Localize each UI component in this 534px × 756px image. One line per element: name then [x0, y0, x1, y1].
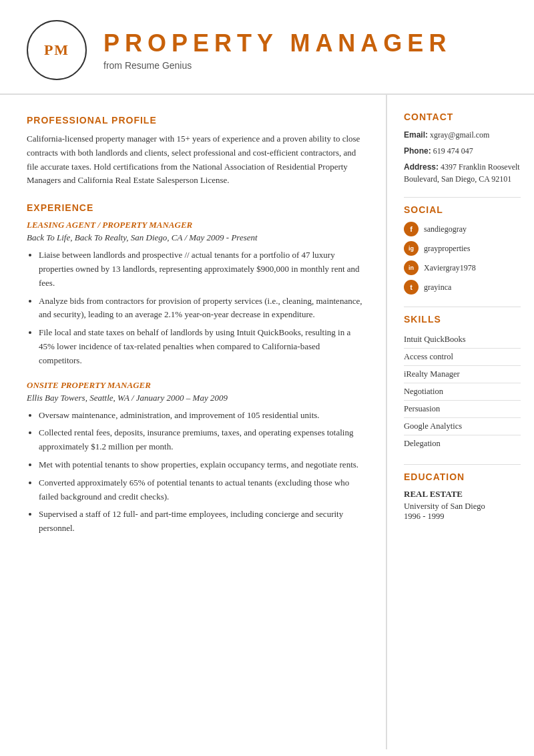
list-item: Supervised a staff of 12 full- and part-…: [39, 508, 362, 536]
avatar: PM: [27, 20, 87, 80]
list-item: Analyze bids from contractors for provis…: [39, 295, 362, 323]
experience-section: EXPERIENCE LEASING AGENT / PROPERTY MANA…: [27, 202, 362, 536]
contact-title: CONTACT: [404, 112, 521, 122]
social-facebook: f sandiegogray: [404, 222, 521, 236]
resume-header: PM PROPERTY MANAGER from Resume Genius: [0, 0, 534, 95]
left-column: PROFESSIONAL PROFILE California-licensed…: [0, 95, 387, 749]
header-subtitle: from Resume Genius: [103, 60, 451, 71]
social-twitter: t grayinca: [404, 280, 521, 295]
job-2-title: ONSITE PROPERTY MANAGER: [27, 380, 362, 391]
job-1-title: LEASING AGENT / PROPERTY MANAGER: [27, 220, 362, 230]
profile-text: California-licensed property manager wit…: [27, 132, 362, 188]
social-instagram: ig grayproperties: [404, 241, 521, 256]
divider-3: [404, 464, 521, 465]
list-item: Liaise between landlords and prospective…: [39, 248, 362, 290]
skill-item: Persuasion: [404, 401, 521, 418]
main-layout: PROFESSIONAL PROFILE California-licensed…: [0, 95, 534, 749]
list-item: Converted approximately 65% of potential…: [39, 476, 362, 504]
job-1-bullets: Liaise between landlords and prospective…: [27, 248, 362, 367]
list-item: Met with potential tenants to show prope…: [39, 458, 362, 472]
divider: [404, 197, 521, 198]
profile-section-title: PROFESSIONAL PROFILE: [27, 115, 362, 126]
twitter-icon: t: [404, 280, 419, 295]
skills-section: SKILLS Intuit QuickBooks Access control …: [404, 314, 521, 452]
twitter-handle: grayinca: [424, 282, 451, 293]
skill-item: Intuit QuickBooks: [404, 331, 521, 349]
contact-phone: Phone: 619 474 047: [404, 145, 521, 157]
contact-section: CONTACT Email: xgray@gmail.com Phone: 61…: [404, 112, 521, 185]
social-linkedin: in Xaviergray1978: [404, 260, 521, 275]
divider-2: [404, 307, 521, 307]
experience-section-title: EXPERIENCE: [27, 202, 362, 213]
social-section: SOCIAL f sandiegogray ig grayproperties …: [404, 204, 521, 295]
list-item: Oversaw maintenance, administration, and…: [39, 409, 362, 423]
edu-school: University of San Diego: [404, 502, 521, 512]
instagram-icon: ig: [404, 241, 419, 256]
skill-item: iRealty Manager: [404, 366, 521, 383]
skill-item: Google Analytics: [404, 418, 521, 435]
linkedin-icon: in: [404, 260, 419, 275]
facebook-icon: f: [404, 222, 419, 236]
linkedin-handle: Xaviergray1978: [424, 263, 476, 273]
list-item: File local and state taxes on behalf of …: [39, 326, 362, 367]
email-value: xgray@gmail.com: [430, 130, 489, 140]
job-2-company: Ellis Bay Towers, Seattle, WA / January …: [27, 393, 362, 403]
facebook-handle: sandiegogray: [424, 224, 467, 234]
phone-label: Phone:: [404, 146, 431, 156]
job-2: ONSITE PROPERTY MANAGER Ellis Bay Towers…: [27, 380, 362, 536]
edu-years: 1996 - 1999: [404, 512, 521, 522]
address-label: Address:: [404, 162, 439, 172]
avatar-initials: PM: [44, 41, 69, 59]
header-title: PROPERTY MANAGER: [103, 29, 451, 57]
phone-value: 619 474 047: [433, 146, 473, 156]
job-2-bullets: Oversaw maintenance, administration, and…: [27, 409, 362, 536]
skill-item: Access control: [404, 349, 521, 366]
skill-item: Negotiation: [404, 383, 521, 401]
email-label: Email:: [404, 130, 428, 140]
education-title: EDUCATION: [404, 471, 521, 482]
profile-section: PROFESSIONAL PROFILE California-licensed…: [27, 115, 362, 188]
contact-email: Email: xgray@gmail.com: [404, 129, 521, 141]
job-1: LEASING AGENT / PROPERTY MANAGER Back To…: [27, 220, 362, 367]
edu-degree: REAL ESTATE: [404, 489, 521, 500]
right-column: CONTACT Email: xgray@gmail.com Phone: 61…: [387, 95, 534, 749]
skills-title: SKILLS: [404, 314, 521, 325]
social-title: SOCIAL: [404, 204, 521, 215]
education-section: EDUCATION REAL ESTATE University of San …: [404, 471, 521, 522]
contact-address: Address: 4397 Franklin Roosevelt Bouleva…: [404, 161, 521, 185]
skill-item: Delegation: [404, 435, 521, 452]
instagram-handle: grayproperties: [424, 244, 470, 254]
job-1-company: Back To Life, Back To Realty, San Diego,…: [27, 232, 362, 243]
list-item: Collected rental fees, deposits, insuran…: [39, 426, 362, 454]
header-text: PROPERTY MANAGER from Resume Genius: [103, 29, 451, 71]
